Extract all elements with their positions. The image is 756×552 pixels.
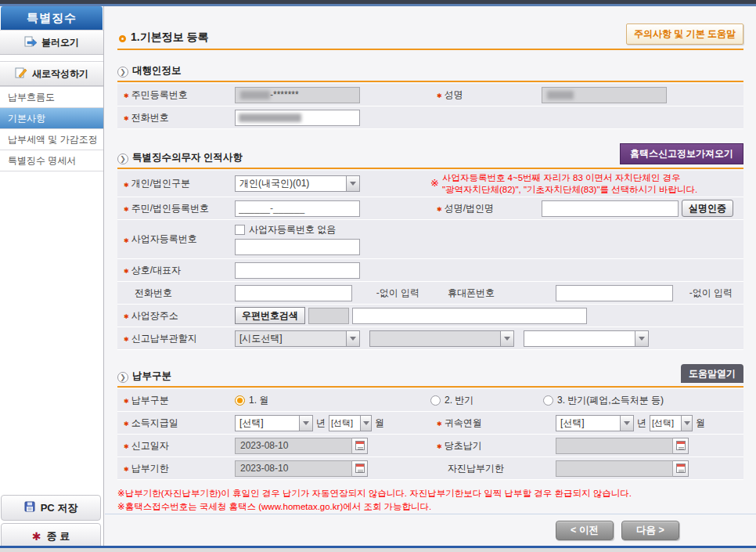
calendar-icon [676,464,686,473]
note-mark: ※ [430,177,439,189]
required-marker [124,440,129,451]
table-row: 납부구분 1. 월 2. 반기 3. 반기(폐업,소득처분 등) [117,389,743,412]
person-type-cell: 개인(내국인)(01) [235,175,430,192]
radio-option-half[interactable]: 2. 반기 [430,394,540,407]
district-cell: [시도선택] [235,330,743,347]
open-help-button[interactable]: 도움말열기 [681,364,743,383]
sidebar-item-basic-info[interactable]: 기본사항 [0,108,103,129]
biz-no-none-checkbox[interactable] [235,225,245,235]
select-arrow-button[interactable] [360,416,371,431]
resident-no-cell: -******* [235,87,430,103]
chevron-down-icon [684,421,690,425]
hometax-import-button[interactable]: 홈택스신고정보가져오기 [620,143,743,164]
biz-no-input[interactable] [235,239,360,255]
company-input[interactable] [235,262,360,279]
required-marker [437,417,442,428]
footer-divider [105,514,756,514]
mobile-cell: -없이 입력 [542,285,743,301]
attribution-year-select[interactable]: [선택] [556,415,634,431]
sidebar: 특별징수 불러오기 새로작성하기 납부흐름도 기본사항 납부세액 및 가감조정 … [0,6,104,552]
reg-no-input[interactable] [235,200,360,217]
chevron-down-icon [350,182,356,186]
select-arrow-button[interactable] [620,416,633,431]
load-button[interactable]: 불러오기 [0,30,103,55]
sidebar-item-label: 납부세액 및 가감조정 [8,133,98,146]
select-arrow-button[interactable] [299,416,312,431]
voluntary-due-field [556,460,673,477]
calendar-icon [355,441,365,450]
radio-label: 3. 반기(폐업,소득처분 등) [557,394,664,407]
load-button-label: 불러오기 [41,36,79,49]
mobile-input[interactable] [556,285,673,301]
sidebar-title: 특별징수 [1,6,103,30]
footer-notes: ※납부기한(자진납부기한)이 휴일인 경우 납기가 자동연장되지 않습니다. 자… [117,488,743,513]
floppy-disk-icon [24,501,35,514]
select-arrow-button[interactable] [500,331,513,346]
income-month-select[interactable]: [선택] [329,415,372,431]
payment-table: 납부구분 1. 월 2. 반기 3. 반기(폐업,소득처분 등) [117,389,743,480]
identity-verify-button[interactable]: 실명인증 [682,200,733,217]
biz-no-label: 사업자등록번호 [117,233,235,246]
chevron-down-icon [303,421,309,425]
notice-help-button[interactable]: 주의사항 및 기본 도움말 [626,23,743,45]
voluntary-due-calendar-button[interactable] [673,460,689,477]
person-type-select[interactable]: 개인(내국인)(01) [235,175,360,192]
new-document-button[interactable]: 새로작성하기 [0,61,103,86]
required-marker [124,417,129,428]
sidebar-item-label: 기본사항 [8,112,45,125]
report-date-field: 2023-08-10 [235,438,352,454]
page-header: 1.기본정보 등록 주의사항 및 기본 도움말 [117,23,743,45]
phone-input[interactable] [235,285,352,301]
select-arrow-button[interactable] [635,331,648,346]
next-button[interactable]: 다음 > [621,521,679,540]
select-arrow-button[interactable] [346,331,359,346]
agent-info-section-title: 대행인정보 [132,64,743,78]
masked-digits: -******* [270,89,299,100]
original-due-label: 당초납기 [430,439,542,453]
income-year-select[interactable]: [선택] [235,415,313,431]
required-marker [124,265,129,276]
person-type-note: ※ 사업자등록번호 4~5번째 자리가 83 이면서 자치단체인 경우 "광역자… [430,172,743,195]
district-sido-select[interactable]: [시도선택] [235,330,360,347]
chevron-down-icon [624,421,630,425]
report-date-calendar-button[interactable] [352,438,368,454]
radio-option-half-closure[interactable]: 3. 반기(폐업,소득처분 등) [543,394,664,407]
agent-info-table: 주민등록번호 -******* 성명 전화번호 [117,84,743,129]
district-sigungu-select[interactable] [369,330,514,347]
report-date-cell: 2023-08-10 [235,438,430,454]
due-date-calendar-button[interactable] [352,460,368,477]
sidebar-item-payment-flow[interactable]: 납부흐름도 [0,87,103,108]
table-row: 사업자등록번호 사업자등록번호 없음 [117,220,743,259]
radio-option-month[interactable]: 1. 월 [235,394,427,407]
address-input[interactable] [352,308,587,324]
agent-phone-input[interactable] [235,110,360,126]
sidebar-item-tax-adjustment[interactable]: 납부세액 및 가감조정 [0,129,103,150]
corp-name-input[interactable] [542,200,679,217]
reg-no-label: 주민/법인등록번호 [117,202,235,215]
note-item: ※납부기한(자진납부기한)이 휴일인 경우 납기가 자동연장되지 않습니다. 자… [117,488,751,500]
original-due-calendar-button[interactable] [673,438,689,454]
radio-icon[interactable] [543,395,553,406]
district-dong-select[interactable] [524,330,649,347]
table-row: 신고일자 2023-08-10 당초납기 [117,435,743,457]
bottom-strip [0,548,756,552]
zip-search-button[interactable]: 우편번호검색 [235,307,305,324]
attribution-cell: [선택] 년 [선택] 월 [542,415,743,431]
note-line-2: "광역자치단체(82)", "기초자치단체(83)"를 선택하시기 바랍니다. [442,184,697,195]
report-date-label: 신고일자 [117,439,235,453]
chevron-down-icon [639,337,645,341]
sidebar-item-statement[interactable]: 특별징수 명세서 [0,150,103,171]
pc-save-button[interactable]: PC 저장 [1,495,101,521]
radio-icon[interactable] [430,395,441,406]
attribution-month-select[interactable]: [선택] [650,415,693,431]
select-arrow-button[interactable] [346,176,359,191]
biz-no-none-row: 사업자등록번호 없음 [235,223,336,236]
note-item: ※홈택스접수번호는 국세청 홈택스 (www.hometax.go.kr)에서 … [117,501,751,513]
select-arrow-button[interactable] [681,416,692,431]
taxpayer-section-title: 특별징수의무자 인적사항 [132,151,620,164]
due-date-cell: 2023-08-10 [235,460,430,477]
sidebar-item-label: 특별징수 명세서 [8,154,76,168]
previous-button[interactable]: < 이전 [556,521,614,540]
radio-selected-icon[interactable] [235,395,245,406]
section-arrow-icon: ❯ [117,372,128,383]
